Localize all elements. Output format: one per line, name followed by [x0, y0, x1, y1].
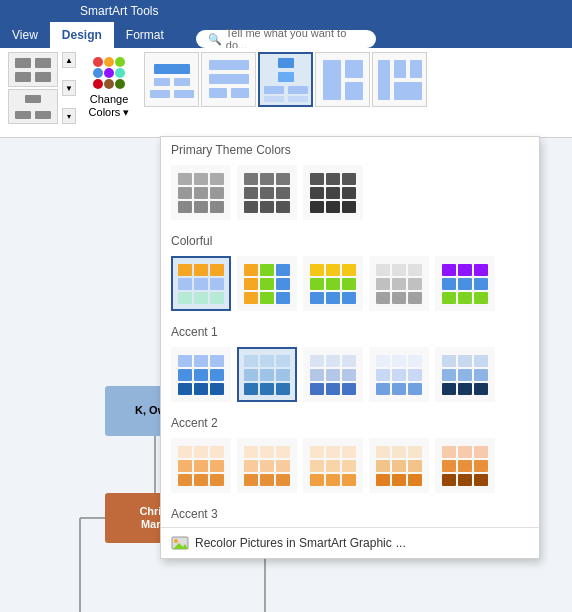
section-accent3-header: Accent 3 — [161, 501, 539, 525]
layout-thumb-small-1[interactable] — [8, 52, 58, 87]
tab-format[interactable]: Format — [114, 22, 176, 48]
recolor-pictures-button[interactable]: Recolor Pictures in SmartArt Graphic ... — [161, 527, 539, 558]
accent2-item-3[interactable] — [303, 438, 363, 493]
svg-rect-4 — [25, 95, 41, 103]
change-colors-button[interactable]: ChangeColors ▾ — [80, 52, 138, 124]
scroll-up-arrow[interactable]: ▲ — [62, 52, 76, 68]
svg-rect-26 — [394, 60, 406, 78]
svg-rect-12 — [209, 60, 249, 70]
section-colorful-header: Colorful — [161, 228, 539, 252]
svg-rect-13 — [209, 74, 249, 84]
svg-rect-22 — [323, 60, 341, 100]
accent1-item-2[interactable] — [237, 347, 297, 402]
cc-darkgreen — [115, 79, 125, 89]
svg-rect-2 — [15, 72, 31, 82]
accent2-color-grid — [161, 434, 539, 501]
colorful-item-1[interactable] — [171, 256, 231, 311]
layout-thumb-small-2[interactable] — [8, 89, 58, 124]
section-accent1-header: Accent 1 — [161, 319, 539, 343]
change-colors-label: ChangeColors ▾ — [89, 93, 130, 119]
layout-thumb-3[interactable] — [258, 52, 313, 107]
ribbon-content: ▲ ▼ ▾ ChangeColors ▾ — [0, 48, 572, 138]
layout-thumb-1[interactable] — [144, 52, 199, 107]
colorful-item-2[interactable] — [237, 256, 297, 311]
tab-design[interactable]: Design — [50, 22, 114, 48]
color-dropdown-panel: Primary Theme Colors — [160, 136, 540, 559]
svg-rect-3 — [35, 72, 51, 82]
primary-item-1[interactable] — [171, 165, 231, 220]
svg-rect-20 — [264, 96, 284, 102]
layout-thumbnails: ▲ ▼ ▾ — [8, 52, 76, 124]
accent1-color-grid — [161, 343, 539, 410]
svg-rect-10 — [150, 90, 170, 98]
accent2-item-4[interactable] — [369, 438, 429, 493]
accent1-item-4[interactable] — [369, 347, 429, 402]
svg-rect-15 — [231, 88, 249, 98]
accent1-item-3[interactable] — [303, 347, 363, 402]
layout-thumb-4[interactable] — [315, 52, 370, 107]
colorful-item-4[interactable] — [369, 256, 429, 311]
accent2-item-2[interactable] — [237, 438, 297, 493]
ribbon-tabs: View Design Format 🔍 Tell me what you wa… — [0, 22, 572, 48]
ribbon-scroll-arrows: ▲ ▼ ▾ — [62, 52, 76, 124]
svg-rect-7 — [154, 64, 190, 74]
svg-rect-27 — [410, 60, 422, 78]
cc-teal — [115, 68, 125, 78]
svg-rect-14 — [209, 88, 227, 98]
section-accent2-header: Accent 2 — [161, 410, 539, 434]
svg-rect-5 — [15, 111, 31, 119]
colorful-item-5[interactable] — [435, 256, 495, 311]
smartart-layout-thumbnails — [144, 52, 427, 107]
svg-rect-25 — [378, 60, 390, 100]
tab-view[interactable]: View — [0, 22, 50, 48]
primary-item-3[interactable] — [303, 165, 363, 220]
layout-thumb-5[interactable] — [372, 52, 427, 107]
recolor-pictures-label: Recolor Pictures in SmartArt Graphic — [195, 536, 392, 550]
layout-thumb-2[interactable] — [201, 52, 256, 107]
search-icon: 🔍 — [208, 33, 222, 46]
svg-rect-0 — [15, 58, 31, 68]
color-circles-grid — [93, 57, 125, 89]
svg-rect-19 — [288, 86, 308, 94]
colorful-item-3[interactable] — [303, 256, 363, 311]
section-primary-header: Primary Theme Colors — [161, 137, 539, 161]
accent2-item-1[interactable] — [171, 438, 231, 493]
svg-rect-28 — [394, 82, 422, 100]
cc-brown — [104, 79, 114, 89]
svg-rect-6 — [35, 111, 51, 119]
scroll-down-arrow[interactable]: ▼ — [62, 80, 76, 96]
cc-blue — [93, 68, 103, 78]
accent2-item-5[interactable] — [435, 438, 495, 493]
cc-purple — [104, 68, 114, 78]
svg-rect-17 — [278, 72, 294, 82]
svg-point-30 — [174, 539, 178, 543]
svg-rect-21 — [288, 96, 308, 102]
svg-rect-1 — [35, 58, 51, 68]
title-bar: SmartArt Tools — [0, 0, 572, 22]
cc-red — [93, 57, 103, 67]
svg-rect-8 — [154, 78, 170, 86]
primary-color-grid — [161, 161, 539, 228]
accent1-item-5[interactable] — [435, 347, 495, 402]
cc-green — [115, 57, 125, 67]
svg-rect-24 — [345, 82, 363, 100]
cc-darkred — [93, 79, 103, 89]
title-bar-label: SmartArt Tools — [80, 4, 158, 18]
scroll-expand-arrow[interactable]: ▾ — [62, 108, 76, 124]
dots-label: ... — [396, 536, 406, 550]
svg-rect-18 — [264, 86, 284, 94]
recolor-icon — [171, 534, 189, 552]
tell-me-input[interactable]: 🔍 Tell me what you want to do... — [196, 30, 376, 48]
cc-orange — [104, 57, 114, 67]
primary-item-2[interactable] — [237, 165, 297, 220]
svg-rect-23 — [345, 60, 363, 78]
svg-rect-9 — [174, 78, 190, 86]
accent1-item-1[interactable] — [171, 347, 231, 402]
svg-rect-16 — [278, 58, 294, 68]
colorful-color-grid — [161, 252, 539, 319]
panel-scroll-area[interactable]: Primary Theme Colors — [161, 137, 539, 527]
svg-rect-11 — [174, 90, 194, 98]
